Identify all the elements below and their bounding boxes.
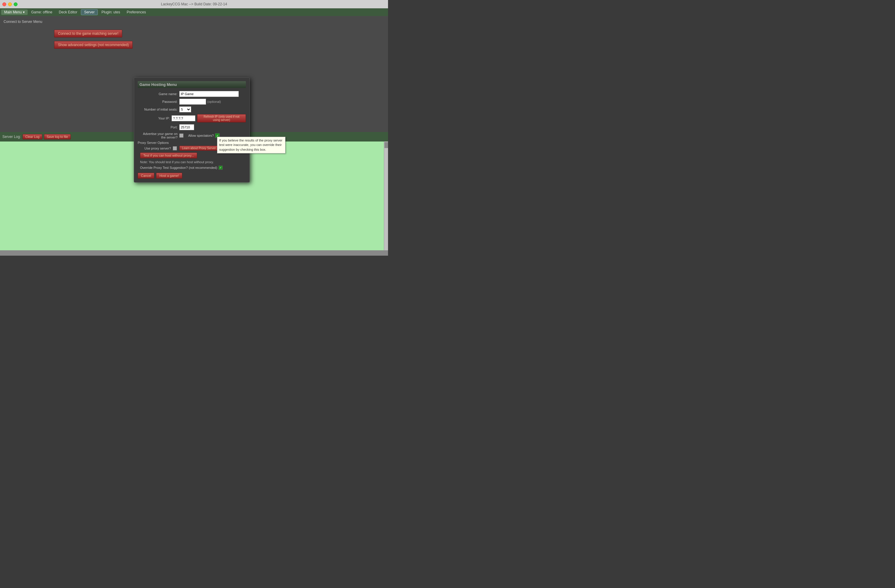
seats-select[interactable]: 2 3 4 5 6 — [179, 106, 191, 112]
override-proxy-row: Override Proxy Test Suggestion? (not rec… — [140, 165, 246, 170]
port-label: Port: — [138, 126, 179, 129]
password-row: Password: (optional) — [138, 99, 246, 105]
ip-row: Your IP: Refresh IP (only used if not us… — [138, 114, 246, 123]
password-label: Password: — [138, 100, 179, 103]
use-proxy-label: Use proxy server? — [140, 147, 173, 150]
your-ip-label: Your IP: — [138, 117, 171, 120]
proxy-checkbox[interactable] — [173, 146, 177, 150]
proxy-note: Note: You should test if you can host wi… — [140, 160, 214, 164]
advertise-label: Advertise your game on the server? — [138, 132, 179, 139]
game-name-label: Game name: — [138, 92, 179, 96]
learn-proxy-button[interactable]: Learn about Proxy Server... — [179, 145, 221, 151]
test-proxy-button[interactable]: Test if you can host without proxy... — [140, 153, 197, 158]
override-checkbox[interactable]: ✓ — [218, 165, 223, 170]
game-name-row: Game name: — [138, 91, 246, 97]
cancel-button[interactable]: Cancel — [138, 173, 154, 179]
host-game-button[interactable]: Host a game! — [156, 173, 182, 179]
password-input[interactable] — [179, 99, 206, 105]
spectators-label: Allow spectators? — [188, 134, 214, 137]
tooltip-text: If you believe the results of the proxy … — [219, 138, 282, 151]
optional-text: (optional) — [207, 100, 221, 103]
seats-row: Number of initial seats: 2 3 4 5 6 — [138, 106, 246, 112]
game-name-input[interactable] — [179, 91, 239, 97]
advertise-checkbox[interactable] — [179, 133, 184, 138]
refresh-ip-button[interactable]: Refresh IP (only used if not using serve… — [197, 114, 246, 123]
port-row: Port: — [138, 124, 246, 130]
modal-title: Game Hosting Menu — [138, 81, 246, 88]
seats-label: Number of initial seats: — [138, 108, 179, 111]
game-hosting-modal: Game Hosting Menu Game name: Password: (… — [134, 77, 250, 182]
modal-overlay: Game Hosting Menu Game name: Password: (… — [0, 0, 388, 256]
port-input[interactable] — [179, 124, 194, 130]
proxy-note-row: Note: You should test if you can host wi… — [140, 160, 246, 164]
tooltip: If you believe the results of the proxy … — [217, 137, 285, 153]
override-label: Override Proxy Test Suggestion? (not rec… — [140, 166, 217, 170]
modal-buttons: Cancel Host a game! — [138, 173, 246, 179]
ip-input[interactable] — [171, 115, 195, 121]
